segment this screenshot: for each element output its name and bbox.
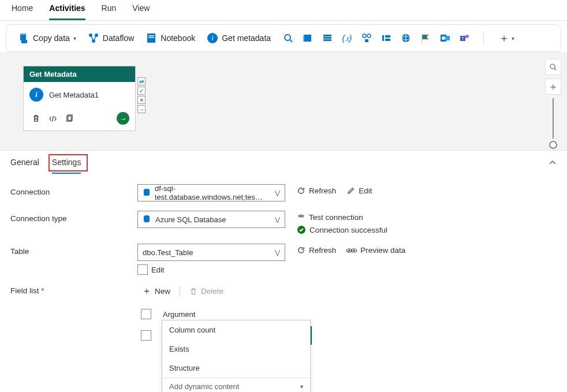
canvas-zoom-track[interactable] — [553, 98, 554, 139]
flag-icon[interactable] — [420, 32, 431, 44]
svg-point-18 — [367, 34, 371, 38]
option-structure[interactable]: Structure — [162, 359, 310, 378]
align-icon[interactable] — [381, 32, 392, 44]
canvas-search-icon[interactable] — [545, 59, 561, 75]
connection-type-dropdown[interactable]: Azure SQL Database ⋁ — [137, 211, 285, 228]
code-icon[interactable] — [49, 114, 57, 123]
svg-line-35 — [554, 68, 556, 70]
option-column-count[interactable]: Column count — [162, 320, 310, 339]
table-dropdown[interactable]: dbo.Test_Table ⋁ — [137, 244, 285, 261]
tab-activities[interactable]: Activities — [49, 3, 85, 20]
svg-rect-15 — [323, 37, 331, 39]
toolbar: Copy data ▾ Dataflow Notebook i Get meta… — [6, 24, 561, 52]
delete-label: Delete — [201, 287, 223, 296]
svg-point-1 — [20, 33, 26, 35]
get-metadata-icon: i — [207, 32, 218, 44]
add-activity-button[interactable]: ＋ ▾ — [497, 29, 517, 47]
run-icon[interactable]: → — [117, 112, 129, 125]
toolbar-get-metadata[interactable]: i Get metadata — [201, 30, 277, 46]
svg-text:i: i — [212, 34, 214, 42]
canvas-zoom-in-icon[interactable]: ＋ — [545, 79, 561, 95]
argument-header-label: Argument — [163, 310, 195, 319]
canvas-zoom-handle[interactable] — [549, 141, 557, 149]
script-icon[interactable] — [302, 32, 314, 44]
tab-view[interactable]: View — [132, 3, 150, 20]
toolbar-copy-data[interactable]: Copy data ▾ — [12, 30, 82, 46]
connection-type-value: Azure SQL Database — [155, 215, 226, 224]
refresh-label: Refresh — [309, 246, 336, 255]
collapse-icon[interactable] — [549, 159, 557, 167]
tab-home[interactable]: Home — [12, 3, 33, 20]
svg-point-17 — [363, 34, 366, 38]
options-scroll[interactable]: Column count Exists Structure — [162, 320, 310, 378]
svg-rect-16 — [323, 39, 331, 41]
svg-point-11 — [285, 35, 290, 40]
row-connection: Connection df-sql-test.database.windows.… — [10, 184, 557, 201]
activity-card[interactable]: Get Metadata i Get Metadata1 → — [23, 66, 136, 131]
svg-rect-14 — [323, 35, 331, 36]
preview-data-button[interactable]: Preview data — [346, 246, 405, 255]
table-value: dbo.Test_Table — [143, 248, 193, 257]
svg-line-12 — [290, 40, 292, 42]
toolbar-divider — [483, 31, 484, 45]
notebook-label: Notebook — [161, 33, 195, 43]
svg-rect-7 — [148, 35, 154, 36]
handle-skip[interactable]: → — [137, 105, 146, 113]
add-dynamic-content[interactable]: Add dynamic content ▾ — [162, 378, 310, 392]
refresh-connection-button[interactable]: Refresh — [297, 186, 336, 195]
plus-icon: ＋ — [499, 31, 509, 45]
delete-icon[interactable] — [32, 114, 40, 123]
argument-header-row: Argument — [141, 309, 567, 319]
edit-checkbox-label: Edit — [151, 266, 164, 274]
select-all-checkbox[interactable] — [141, 309, 151, 319]
svg-point-31 — [465, 35, 469, 38]
connection-dropdown[interactable]: df-sql-test.database.windows.net;tes… ⋁ — [137, 184, 285, 201]
refresh-icon — [297, 246, 305, 255]
search-icon[interactable] — [282, 32, 294, 44]
notebook-icon — [146, 32, 157, 44]
svg-rect-22 — [385, 39, 390, 41]
delete-button[interactable]: Delete — [185, 285, 228, 298]
globe-icon[interactable] — [400, 32, 412, 44]
card-title: Get Metadata — [24, 66, 135, 82]
card-side-handles: ⇄ ✓ ✕ → — [137, 77, 146, 113]
chevron-down-icon: ▾ — [300, 383, 303, 390]
svg-rect-2 — [21, 40, 27, 43]
field-list-label: Field list — [10, 283, 137, 295]
card-body: i Get Metadata1 — [24, 82, 135, 109]
copy-icon[interactable] — [65, 114, 74, 123]
outlook-icon[interactable] — [439, 32, 451, 44]
edit-connection-button[interactable]: Edit — [346, 186, 372, 195]
tab-run[interactable]: Run — [102, 3, 117, 20]
dependency-icon[interactable] — [361, 32, 372, 44]
connection-type-label: Connection type — [10, 211, 137, 223]
handle-success[interactable]: ✓ — [137, 87, 146, 95]
top-nav: Home Activities Run View — [0, 0, 567, 21]
chevron-down-icon: ⋁ — [275, 249, 280, 256]
chevron-down-icon: ▾ — [73, 35, 76, 42]
handle-output[interactable]: ⇄ — [137, 77, 146, 85]
teams-icon[interactable]: T — [459, 32, 471, 44]
canvas-right-tools: ＋ — [545, 59, 561, 149]
canvas[interactable]: Get Metadata i Get Metadata1 → ⇄ ✓ ✕ → — [0, 52, 567, 150]
test-icon — [297, 213, 305, 222]
test-connection-button[interactable]: Test connection — [297, 213, 363, 222]
refresh-icon — [297, 186, 305, 195]
variable-icon[interactable]: (𝑥) — [341, 32, 353, 44]
toolbar-dataflow[interactable]: Dataflow — [82, 30, 140, 46]
table-icon[interactable] — [322, 32, 333, 44]
toolbar-notebook[interactable]: Notebook — [140, 30, 201, 46]
edit-table-checkbox[interactable] — [137, 264, 148, 275]
settings-form: Connection df-sql-test.database.windows.… — [0, 174, 567, 300]
refresh-table-button[interactable]: Refresh — [297, 246, 336, 255]
svg-rect-6 — [147, 33, 155, 43]
tab-settings[interactable]: Settings — [52, 158, 81, 174]
handle-fail[interactable]: ✕ — [137, 96, 146, 104]
option-exists[interactable]: Exists — [162, 339, 310, 359]
new-button[interactable]: ＋ New — [137, 283, 175, 300]
svg-point-34 — [550, 64, 555, 69]
row-checkbox[interactable] — [141, 330, 151, 341]
plus-icon: ＋ — [142, 285, 151, 297]
tab-general[interactable]: General — [10, 158, 39, 174]
svg-rect-27 — [445, 36, 450, 40]
